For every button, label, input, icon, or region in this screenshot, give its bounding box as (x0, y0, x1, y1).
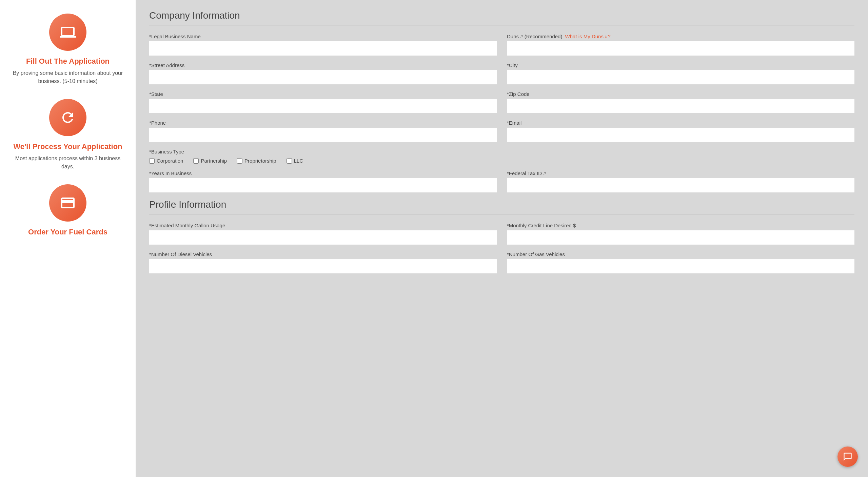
row-address-city: *Street Address *City (149, 62, 854, 84)
zip-code-input[interactable] (507, 99, 854, 113)
step-2-circle (49, 99, 86, 136)
years-in-business-label: *Years In Business (149, 170, 497, 176)
street-address-label: *Street Address (149, 62, 497, 68)
estimated-monthly-gallon-label: *Estimated Monthly Gallon Usage (149, 223, 497, 228)
group-email: *Email (507, 120, 854, 142)
business-type-checkboxes: Corporation Partnership Proprietorship L… (149, 158, 854, 164)
group-estimated-monthly-gallon: *Estimated Monthly Gallon Usage (149, 223, 497, 245)
phone-input[interactable] (149, 128, 497, 142)
group-federal-tax-id: *Federal Tax ID # (507, 170, 854, 192)
company-section-title: Company Information (149, 10, 854, 21)
group-legal-business-name: *Legal Business Name (149, 34, 497, 56)
city-input[interactable] (507, 70, 854, 84)
city-label: *City (507, 62, 854, 68)
row-legal-duns: *Legal Business Name Duns # (Recommended… (149, 34, 854, 56)
federal-tax-id-input[interactable] (507, 178, 854, 192)
checkbox-partnership[interactable]: Partnership (193, 158, 227, 164)
checkbox-proprietorship[interactable]: Proprietorship (237, 158, 276, 164)
state-input[interactable] (149, 99, 497, 113)
duns-input[interactable] (507, 41, 854, 56)
zip-code-label: *Zip Code (507, 91, 854, 97)
street-address-input[interactable] (149, 70, 497, 84)
group-zip-code: *Zip Code (507, 91, 854, 113)
sidebar: Fill Out The Application By proving some… (0, 0, 136, 477)
number-gas-label: *Number Of Gas Vehicles (507, 251, 854, 257)
step-order-fuel-cards: Order Your Fuel Cards (28, 184, 107, 240)
step-1-title: Fill Out The Application (26, 57, 110, 66)
checkbox-corporation[interactable]: Corporation (149, 158, 183, 164)
estimated-monthly-gallon-input[interactable] (149, 230, 497, 245)
step-1-desc: By proving some basic information about … (10, 69, 125, 85)
group-number-gas: *Number Of Gas Vehicles (507, 251, 854, 273)
chat-button[interactable] (837, 447, 858, 467)
group-duns: Duns # (Recommended) What is My Duns #? (507, 34, 854, 56)
phone-label: *Phone (149, 120, 497, 126)
number-diesel-label: *Number Of Diesel Vehicles (149, 251, 497, 257)
step-2-title: We'll Process Your Application (13, 142, 122, 151)
proprietorship-label: Proprietorship (244, 158, 276, 164)
profile-divider (149, 214, 854, 214)
years-in-business-input[interactable] (149, 178, 497, 192)
state-label: *State (149, 91, 497, 97)
group-phone: *Phone (149, 120, 497, 142)
corporation-label: Corporation (157, 158, 183, 164)
step-2-desc: Most applications process within 3 busin… (10, 154, 125, 171)
checkbox-llc[interactable]: LLC (287, 158, 303, 164)
row-diesel-gas: *Number Of Diesel Vehicles *Number Of Ga… (149, 251, 854, 273)
refresh-icon (60, 109, 76, 126)
row-state-zip: *State *Zip Code (149, 91, 854, 113)
federal-tax-id-label: *Federal Tax ID # (507, 170, 854, 176)
number-gas-input[interactable] (507, 259, 854, 273)
group-number-diesel: *Number Of Diesel Vehicles (149, 251, 497, 273)
business-type-section: *Business Type Corporation Partnership P… (149, 149, 854, 164)
monthly-credit-line-input[interactable] (507, 230, 854, 245)
business-type-label: *Business Type (149, 149, 854, 154)
main-form-area: Company Information *Legal Business Name… (136, 0, 868, 477)
credit-card-icon (60, 195, 76, 211)
llc-label: LLC (294, 158, 303, 164)
monthly-credit-line-label: *Monthly Credit Line Desired $ (507, 223, 854, 228)
group-city: *City (507, 62, 854, 84)
step-3-circle (49, 184, 86, 222)
group-state: *State (149, 91, 497, 113)
step-process-application: We'll Process Your Application Most appl… (10, 99, 125, 171)
duns-link[interactable]: What is My Duns #? (565, 34, 611, 39)
partnership-label: Partnership (201, 158, 227, 164)
number-diesel-input[interactable] (149, 259, 497, 273)
profile-section-title: Profile Information (149, 199, 854, 210)
duns-label: Duns # (Recommended) What is My Duns #? (507, 34, 854, 39)
email-label: *Email (507, 120, 854, 126)
partnership-checkbox[interactable] (193, 158, 199, 164)
group-street-address: *Street Address (149, 62, 497, 84)
step-1-circle (49, 14, 86, 51)
email-input[interactable] (507, 128, 854, 142)
proprietorship-checkbox[interactable] (237, 158, 242, 164)
laptop-icon (60, 24, 76, 40)
company-divider (149, 25, 854, 25)
step-fill-application: Fill Out The Application By proving some… (10, 14, 125, 85)
legal-business-name-input[interactable] (149, 41, 497, 56)
row-years-taxid: *Years In Business *Federal Tax ID # (149, 170, 854, 192)
row-phone-email: *Phone *Email (149, 120, 854, 142)
group-years-in-business: *Years In Business (149, 170, 497, 192)
chat-icon (843, 452, 852, 461)
llc-checkbox[interactable] (287, 158, 292, 164)
legal-business-name-label: *Legal Business Name (149, 34, 497, 39)
corporation-checkbox[interactable] (149, 158, 155, 164)
row-gallon-credit: *Estimated Monthly Gallon Usage *Monthly… (149, 223, 854, 245)
group-monthly-credit-line: *Monthly Credit Line Desired $ (507, 223, 854, 245)
step-3-title: Order Your Fuel Cards (28, 228, 107, 236)
